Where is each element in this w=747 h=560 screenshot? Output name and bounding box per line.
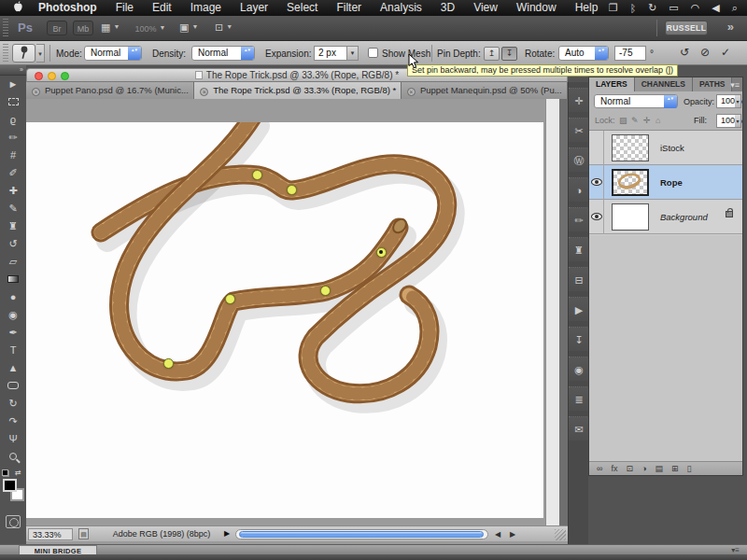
type-tool[interactable]: T: [0, 342, 26, 359]
dock-panel-icon-10[interactable]: ◉: [569, 357, 589, 381]
lock-all-icon[interactable]: ⌂: [655, 116, 660, 125]
visibility-toggle[interactable]: [589, 200, 604, 234]
set-pin-backward-button[interactable]: ↧: [501, 47, 517, 61]
dodge-tool[interactable]: ◉: [0, 306, 26, 324]
dock-panel-icon-5[interactable]: ✏: [569, 207, 589, 231]
pen-tool[interactable]: ✒: [0, 324, 26, 342]
scroll-right-arrow[interactable]: ▶: [510, 530, 515, 539]
dock-panel-icon-8[interactable]: ▶: [569, 297, 589, 321]
screen-mode-button[interactable]: ⊡▼: [215, 21, 233, 34]
density-select[interactable]: Normal: [191, 46, 255, 61]
panel-menu-icon[interactable]: ▾≡: [730, 80, 740, 90]
tab-rope-trick[interactable]: ×The Rope Trick.psd @ 33.3% (Rope, RGB/8…: [194, 82, 402, 99]
tab-close-icon[interactable]: ×: [200, 88, 208, 96]
lasso-tool[interactable]: ϱ: [0, 111, 26, 129]
layer-thumbnail[interactable]: [612, 203, 649, 231]
puppet-pin[interactable]: [163, 358, 174, 369]
tab-close-icon[interactable]: ×: [32, 88, 40, 96]
tab-channels[interactable]: CHANNELS: [635, 77, 693, 91]
swap-colors-icon[interactable]: ⇄: [15, 469, 21, 477]
default-colors-icon[interactable]: [3, 470, 9, 477]
launch-bridge-button[interactable]: Br: [47, 21, 67, 35]
layer-row-background[interactable]: Background: [589, 200, 742, 234]
status-options-arrow[interactable]: ▶: [224, 529, 230, 538]
layer-name[interactable]: Background: [660, 212, 708, 222]
lock-position-icon[interactable]: ✛: [643, 116, 651, 125]
tab-close-icon[interactable]: ×: [407, 88, 416, 96]
puppet-warp-tool-icon[interactable]: [12, 44, 35, 63]
puppet-pin[interactable]: [320, 286, 331, 296]
reset-pins-button[interactable]: ↺: [680, 46, 689, 59]
dock-panel-icon-4[interactable]: ◑: [569, 177, 589, 202]
layer-group-icon[interactable]: ▤: [655, 462, 663, 475]
dock-panel-icon-7[interactable]: ⊟: [569, 267, 589, 291]
sync-icon[interactable]: ↻: [648, 2, 656, 14]
menu-window[interactable]: Window: [507, 0, 566, 16]
foreground-color-swatch[interactable]: [3, 479, 17, 492]
history-brush-tool[interactable]: ↺: [0, 235, 26, 253]
menu-file[interactable]: File: [106, 0, 143, 16]
new-layer-icon[interactable]: ⊞: [671, 462, 679, 475]
window-switch-icon[interactable]: ❐: [609, 2, 618, 14]
adjustment-layer-icon[interactable]: ◑: [641, 462, 646, 475]
dock-panel-icon-9[interactable]: ↧: [569, 327, 589, 351]
link-layers-icon[interactable]: ∞: [597, 462, 602, 475]
lock-transparency-icon[interactable]: ▨: [619, 116, 627, 125]
menu-3d[interactable]: 3D: [431, 0, 464, 16]
minibridge-menu-icon[interactable]: ▾≡: [731, 546, 740, 554]
fill-dropdown-arrow[interactable]: ▾: [735, 114, 741, 128]
display-icon[interactable]: ▭: [669, 2, 678, 14]
volume-icon[interactable]: ◀: [712, 2, 719, 14]
mode-select[interactable]: Normal: [84, 46, 142, 61]
zoom-tool[interactable]: [0, 448, 26, 466]
dock-panel-icon-1[interactable]: ✛: [569, 88, 589, 112]
appbar-grip[interactable]: [3, 19, 8, 37]
eraser-tool[interactable]: ▱: [0, 253, 26, 271]
optionsbar-grip[interactable]: [3, 44, 8, 63]
layer-thumbnail[interactable]: [612, 169, 649, 196]
layer-row-rope[interactable]: Rope: [589, 165, 742, 200]
dock-panel-icon-6[interactable]: ♜: [569, 237, 589, 261]
launch-minibridge-button[interactable]: Mb: [73, 21, 93, 35]
arrange-documents-button[interactable]: ▣▼: [179, 21, 198, 34]
visibility-toggle[interactable]: [589, 131, 604, 165]
delete-layer-icon[interactable]: ▯: [686, 462, 691, 475]
puppet-pin[interactable]: [252, 170, 262, 180]
workspace-button[interactable]: RUSSELL: [665, 21, 708, 35]
layer-thumbnail[interactable]: [612, 134, 649, 161]
apple-logo[interactable]: [13, 1, 23, 16]
toolbar-collapse-button[interactable]: »: [0, 65, 26, 76]
canvas-viewport[interactable]: 33.33% ▤ Adobe RGB (1998) (8bpc) ▶ ◀ ▶: [26, 99, 568, 544]
expansion-dropdown-arrow[interactable]: ▼: [347, 46, 359, 61]
zoom-percentage-field[interactable]: 33.33%: [28, 528, 73, 540]
3d-rotate-tool[interactable]: ↻: [0, 395, 26, 413]
layer-mask-icon[interactable]: ⊡: [626, 462, 633, 475]
menu-layer[interactable]: Layer: [231, 0, 277, 16]
cancel-warp-button[interactable]: ⊘: [700, 46, 710, 59]
layer-name[interactable]: Rope: [660, 177, 683, 188]
tab-layers[interactable]: LAYERS: [589, 77, 635, 91]
healing-brush-tool[interactable]: ✚: [0, 182, 26, 200]
blend-mode-select[interactable]: Normal: [594, 94, 678, 108]
horizontal-scrollbar[interactable]: [235, 529, 488, 539]
dock-panel-icon-12[interactable]: ✉: [569, 416, 589, 441]
blur-tool[interactable]: ●: [0, 288, 26, 306]
menu-image[interactable]: Image: [181, 0, 231, 16]
puppet-pin-selected[interactable]: [376, 247, 387, 258]
wifi-icon[interactable]: ◠: [691, 2, 700, 14]
puppet-pin[interactable]: [287, 185, 297, 195]
eye-icon[interactable]: [591, 178, 602, 186]
rotate-angle-field[interactable]: -75: [614, 46, 646, 61]
document-sizes-icon[interactable]: ▤: [78, 528, 89, 539]
tab-puppet-pano[interactable]: ×Puppet Pano.psd @ 16.7% (Munic...: [26, 82, 194, 99]
puppet-pin[interactable]: [225, 294, 235, 304]
shape-tool[interactable]: [0, 377, 26, 395]
dock-panel-icon-3[interactable]: Ⓦ: [569, 147, 589, 172]
menu-photoshop[interactable]: Photoshop: [36, 0, 106, 16]
visibility-toggle[interactable]: [589, 165, 604, 200]
set-pin-forward-button[interactable]: ↥: [484, 47, 500, 61]
tab-paths[interactable]: PATHS: [693, 77, 733, 91]
view-extras-button[interactable]: ▦▼: [101, 21, 120, 34]
tool-preset-arrow[interactable]: ▼: [36, 44, 45, 63]
tab-puppet-manequin[interactable]: ×Puppet Manequin.psd @ 50% (Pu...: [402, 82, 568, 99]
